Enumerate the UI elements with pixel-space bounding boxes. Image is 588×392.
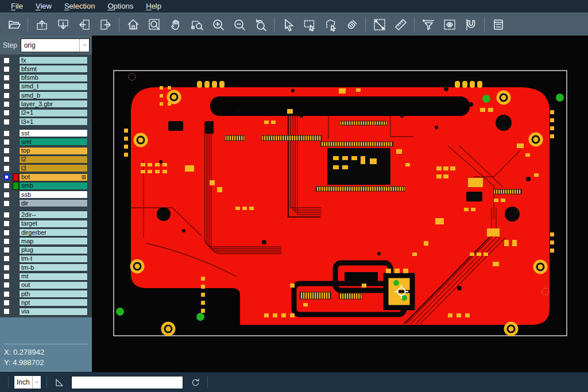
layer-name-smt[interactable]: smt [19,138,88,146]
filter-funnel-icon[interactable] [417,15,439,34]
layer-name-l3-1[interactable]: l3+1 [19,118,88,126]
layer-checkbox[interactable] [0,211,13,219]
layer-checkbox[interactable] [0,74,13,82]
send-left-icon[interactable] [74,15,95,34]
command-input[interactable] [71,376,183,389]
measure-distance-icon[interactable] [369,15,390,34]
layer-checkbox[interactable] [0,199,13,207]
layer-color-swatch[interactable] [13,228,19,236]
layer-checkbox[interactable] [0,56,13,64]
layer-checkbox[interactable] [0,91,13,99]
pcb-render[interactable] [92,36,588,372]
layer-checkbox[interactable] [0,281,13,289]
layer-checkbox[interactable] [0,182,13,190]
layer-color-swatch[interactable] [13,164,19,172]
layer-color-swatch[interactable] [13,118,19,126]
layer-color-swatch[interactable] [13,211,19,219]
layer-name-mt[interactable]: mt [19,273,88,281]
layer-color-swatch[interactable] [13,156,19,164]
layer-color-swatch[interactable] [13,290,19,298]
layer-color-swatch[interactable] [13,65,19,73]
layer-color-swatch[interactable] [13,273,19,281]
layer-color-swatch[interactable] [13,83,19,91]
layer-color-swatch[interactable] [13,109,19,117]
zoom-object-icon[interactable] [186,15,207,34]
layer-color-swatch[interactable] [13,263,19,271]
layer-name-bfsmb[interactable]: bfsmb [19,74,88,82]
menu-selection[interactable]: Selection [58,0,101,13]
open-folder-icon[interactable] [3,15,25,34]
pan-hand-icon[interactable] [165,15,186,34]
layer-table-icon[interactable] [488,15,509,34]
layer-name-fx[interactable]: fx [19,56,88,64]
layer-name-sst[interactable]: sst [19,129,88,137]
layer-color-swatch[interactable] [13,199,19,207]
layer-checkbox[interactable] [0,191,13,199]
layer-name-smb[interactable]: smb [19,182,88,190]
layer-name-layer-3-gbr[interactable]: layer_3.gbr [19,100,88,108]
menu-view[interactable]: View [29,0,58,13]
layer-checkbox[interactable] [0,273,13,281]
pcb-canvas[interactable] [92,36,588,372]
layer-name-l2-1[interactable]: l2+1 [19,109,88,117]
layer-name-smd-b[interactable]: smd_b [19,91,88,99]
zoom-out-icon[interactable] [229,15,250,34]
layer-checkbox[interactable] [0,298,13,306]
step-select[interactable]: orig [21,38,90,52]
send-right-icon[interactable] [95,15,116,34]
unit-select[interactable]: Inch [14,375,41,389]
layer-name-dirgerber[interactable]: dirgerber [19,228,88,236]
layer-name-via[interactable]: via [19,308,88,316]
layer-checkbox[interactable] [0,83,13,91]
layer-checkbox[interactable] [0,308,13,316]
layer-name-l2[interactable]: l2 [19,156,88,164]
layer-color-swatch[interactable] [13,74,19,82]
zoom-in-icon[interactable] [207,15,229,34]
refresh-icon[interactable] [188,375,202,389]
layer-color-swatch[interactable] [13,220,19,228]
layer-checkbox[interactable] [0,138,13,146]
layer-name-bfsmt[interactable]: bfsmt [19,65,88,73]
layer-name-2dir-[interactable]: 2dir-- [19,211,88,219]
zoom-previous-icon[interactable] [250,15,271,34]
layer-color-swatch[interactable] [13,246,19,254]
send-down-icon[interactable] [52,15,74,34]
layer-checkbox[interactable] [0,100,13,108]
layer-color-swatch[interactable] [13,237,19,245]
send-up-icon[interactable] [31,15,52,34]
layer-name-tm-b[interactable]: tm-b [19,263,88,271]
zoom-window-icon[interactable] [144,15,165,34]
home-view-icon[interactable] [122,15,144,34]
layer-name-top[interactable]: top [19,147,88,155]
layer-color-swatch[interactable] [13,56,19,64]
layer-color-swatch[interactable] [13,281,19,289]
layer-color-swatch[interactable] [13,182,19,190]
layer-color-swatch[interactable] [13,91,19,99]
layer-name-bot[interactable]: bot⊞ [19,173,88,181]
layer-checkbox[interactable] [0,220,13,228]
layer-color-swatch[interactable] [13,129,19,137]
layer-color-swatch[interactable] [13,147,19,155]
layer-name-npt[interactable]: npt [19,298,88,306]
layer-checkbox[interactable] [0,156,13,164]
layer-color-swatch[interactable] [13,138,19,146]
layer-checkbox[interactable] [0,109,13,117]
layer-color-swatch[interactable] [13,191,19,199]
layer-name-tm-t[interactable]: tm-t [19,255,88,263]
layer-checkbox[interactable] [0,290,13,298]
layer-checkbox[interactable] [0,147,13,155]
layer-checkbox[interactable] [0,129,13,137]
view-visibility-icon[interactable] [439,15,460,34]
menu-options[interactable]: Options [101,0,140,13]
layer-checkbox[interactable] [0,246,13,254]
layer-name-ssb[interactable]: ssb [19,191,88,199]
layer-color-swatch[interactable] [13,100,19,108]
layer-name-target[interactable]: target [19,220,88,228]
layer-name-out[interactable]: out [19,281,88,289]
select-rectangle-icon[interactable] [299,15,320,34]
layer-checkbox[interactable] [0,237,13,245]
layer-name-dir[interactable]: dir [19,199,88,207]
layer-name-l3[interactable]: l3 [19,164,88,172]
corner-measure-icon[interactable] [52,375,66,389]
layer-checkbox[interactable] [0,65,13,73]
